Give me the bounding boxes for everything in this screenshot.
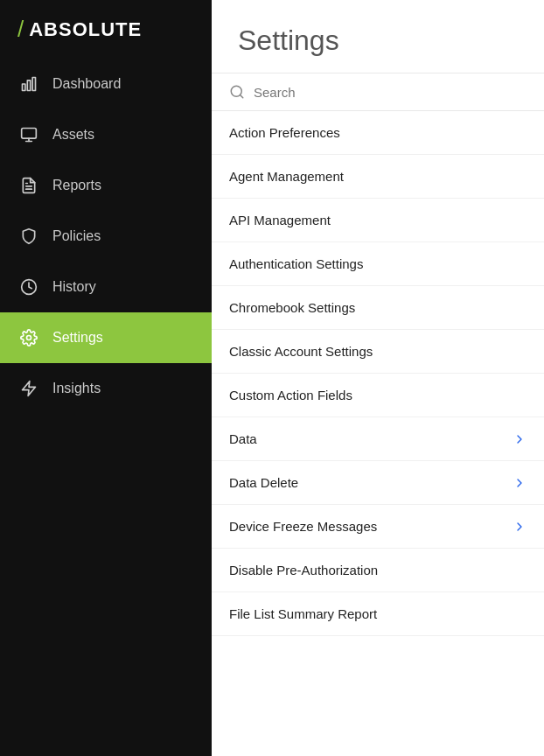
main-content: Settings Action Preferences Agent Manage…: [212, 0, 544, 756]
sidebar-item-settings[interactable]: Settings: [0, 312, 212, 363]
svg-rect-3: [22, 129, 37, 139]
list-item[interactable]: Agent Management: [212, 155, 544, 199]
settings-item-label: Chromebook Settings: [229, 300, 355, 315]
insights-icon: [19, 379, 38, 398]
gear-icon: [19, 328, 38, 347]
list-item[interactable]: Data: [212, 417, 544, 461]
sidebar-item-policies[interactable]: Policies: [0, 211, 212, 262]
list-item[interactable]: Custom Action Fields: [212, 374, 544, 417]
search-icon: [229, 84, 245, 100]
svg-rect-2: [32, 78, 35, 91]
svg-rect-0: [23, 84, 25, 91]
settings-item-label: Authentication Settings: [229, 256, 363, 271]
settings-item-label: Disable Pre-Authorization: [229, 563, 378, 578]
search-input[interactable]: [254, 85, 527, 100]
settings-item-label: API Management: [229, 213, 331, 228]
settings-panel: Action Preferences Agent Management API …: [212, 73, 544, 756]
settings-item-label: Classic Account Settings: [229, 344, 373, 359]
settings-item-label: File List Summary Report: [229, 606, 377, 621]
settings-item-label: Custom Action Fields: [229, 388, 352, 402]
sidebar-item-label: History: [52, 279, 96, 295]
svg-rect-1: [27, 80, 30, 91]
sidebar-item-label: Settings: [52, 330, 103, 346]
list-item[interactable]: File List Summary Report: [212, 592, 544, 636]
sidebar-item-history[interactable]: History: [0, 262, 212, 312]
sidebar-item-reports[interactable]: Reports: [0, 160, 212, 211]
svg-line-12: [240, 94, 242, 97]
settings-list: Action Preferences Agent Management API …: [212, 111, 544, 636]
page-title: Settings: [212, 0, 544, 73]
shield-icon: [19, 227, 38, 246]
chevron-right-icon: [513, 476, 527, 490]
svg-point-9: [27, 336, 31, 340]
chevron-right-icon: [513, 520, 527, 534]
svg-marker-10: [23, 382, 36, 396]
list-item[interactable]: Authentication Settings: [212, 242, 544, 286]
sidebar-item-assets[interactable]: Assets: [0, 109, 212, 160]
list-item[interactable]: Device Freeze Messages: [212, 505, 544, 549]
list-item[interactable]: Action Preferences: [212, 111, 544, 155]
settings-item-label: Action Preferences: [229, 125, 340, 140]
logo-slash: /: [17, 16, 24, 43]
list-item[interactable]: Classic Account Settings: [212, 330, 544, 374]
list-item[interactable]: Disable Pre-Authorization: [212, 549, 544, 592]
sidebar-item-label: Policies: [52, 228, 101, 244]
settings-item-label: Device Freeze Messages: [229, 519, 377, 534]
bar-chart-icon: [19, 74, 38, 94]
sidebar-item-dashboard[interactable]: Dashboard: [0, 59, 212, 109]
chevron-right-icon: [513, 432, 527, 446]
list-item[interactable]: API Management: [212, 199, 544, 242]
logo-name: ABSOLUTE: [29, 18, 142, 41]
settings-item-label: Data: [229, 431, 257, 446]
sidebar-item-label: Assets: [52, 127, 94, 143]
search-box: [212, 74, 544, 111]
list-item[interactable]: Chromebook Settings: [212, 286, 544, 330]
file-text-icon: [19, 176, 38, 195]
logo: / ABSOLUTE: [17, 16, 142, 43]
settings-item-label: Data Delete: [229, 475, 298, 490]
logo-area: / ABSOLUTE: [0, 0, 212, 59]
sidebar-item-insights[interactable]: Insights: [0, 363, 212, 414]
clock-icon: [19, 277, 38, 297]
sidebar-item-label: Reports: [52, 178, 101, 193]
sidebar: / ABSOLUTE Dashboard: [0, 0, 212, 756]
list-item[interactable]: Data Delete: [212, 461, 544, 505]
settings-item-label: Agent Management: [229, 169, 344, 184]
nav-items: Dashboard Assets: [0, 59, 212, 756]
sidebar-item-label: Insights: [52, 381, 101, 396]
sidebar-item-label: Dashboard: [52, 76, 121, 92]
monitor-icon: [19, 125, 38, 144]
